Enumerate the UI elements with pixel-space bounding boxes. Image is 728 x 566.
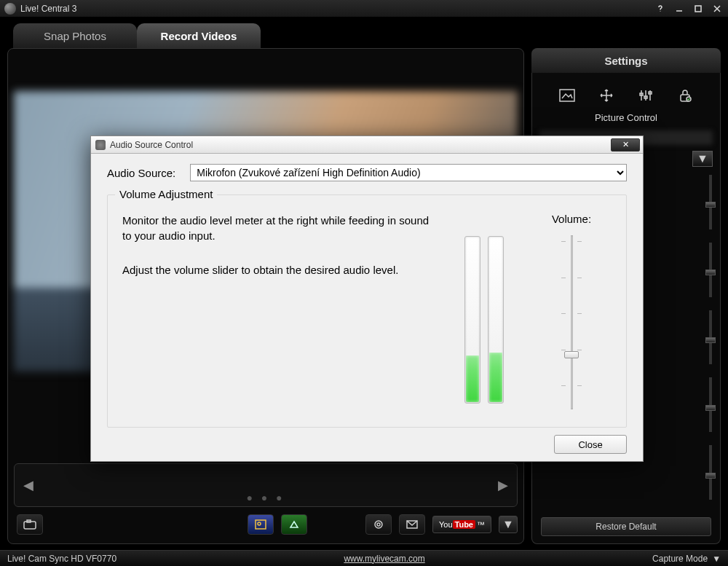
volume-slider[interactable] — [557, 232, 586, 412]
gallery-button[interactable] — [248, 514, 274, 535]
dialog-titlebar: Audio Source Control ✕ — [91, 136, 643, 154]
help-button[interactable] — [654, 4, 667, 14]
move-icon[interactable] — [597, 87, 616, 103]
maximize-button[interactable] — [692, 4, 705, 14]
settings-gear-small[interactable] — [365, 514, 392, 535]
effects-button[interactable] — [281, 514, 307, 535]
tab-snap-photos[interactable]: Snap Photos — [13, 23, 137, 48]
capture-mode-toggle[interactable]: Capture Mode ▼ — [652, 554, 721, 564]
level-meter-left — [464, 236, 480, 404]
dialog-title: Audio Source Control — [110, 140, 193, 150]
level-meters — [459, 208, 510, 412]
svg-point-5 — [375, 521, 382, 528]
dialog-close-footer-button[interactable]: Close — [554, 435, 627, 454]
settings-slider[interactable] — [709, 175, 712, 229]
settings-slider[interactable] — [709, 243, 712, 297]
volume-adjustment-group: Volume Adjustment Monitor the audio leve… — [107, 194, 627, 428]
chevron-down-icon: ▼ — [712, 554, 721, 564]
picture-mode-icon[interactable] — [558, 87, 577, 103]
picture-control-label: Picture Control — [595, 112, 657, 123]
dialog-close-button[interactable]: ✕ — [611, 138, 640, 152]
strip-pager: ● ● ● — [246, 492, 285, 503]
group-title: Volume Adjustment — [115, 188, 217, 200]
audio-source-dialog: Audio Source Control ✕ Audio Source: Mik… — [90, 135, 644, 462]
equalizer-icon[interactable] — [636, 87, 655, 103]
settings-slider[interactable] — [709, 445, 712, 500]
youtube-button[interactable]: YouTube™ — [432, 516, 491, 533]
settings-slider[interactable] — [709, 377, 712, 432]
settings-slider[interactable] — [709, 310, 712, 365]
instruction-text: Monitor the audio level meter at the rig… — [122, 208, 437, 412]
youtube-tm: ™ — [477, 520, 485, 529]
minimize-button[interactable] — [673, 4, 686, 14]
thumbnail-strip: ◀ ▶ ● ● ● — [14, 463, 518, 507]
app-title: Live! Central 3 — [20, 4, 76, 14]
strip-prev-button[interactable]: ◀ — [17, 474, 39, 496]
close-button[interactable] — [711, 4, 724, 14]
svg-rect-0 — [695, 6, 701, 12]
microphone-icon — [95, 140, 106, 150]
website-link[interactable]: www.mylivecam.com — [344, 554, 424, 564]
app-logo — [4, 3, 16, 15]
youtube-dropdown[interactable]: ▼ — [499, 516, 518, 533]
youtube-label-pre: You — [439, 520, 453, 529]
svg-point-6 — [377, 523, 380, 526]
device-name: Live! Cam Sync HD VF0770 — [7, 554, 116, 564]
mail-button[interactable] — [399, 514, 425, 535]
status-bar: Live! Cam Sync HD VF0770 www.mylivecam.c… — [0, 550, 728, 566]
audio-source-select[interactable]: Mikrofon (Zvukové zařízení High Definiti… — [190, 164, 627, 181]
setting-dropdown[interactable]: ▼ — [692, 151, 713, 167]
bottom-toolbar: YouTube™ ▼ — [14, 511, 518, 538]
title-bar: Live! Central 3 — [0, 0, 728, 17]
camera-icon[interactable] — [17, 514, 43, 535]
tab-row: Snap Photos Record Videos — [13, 23, 721, 48]
lock-icon[interactable] — [676, 87, 695, 103]
youtube-label-red: Tube — [453, 520, 475, 529]
svg-point-4 — [258, 522, 261, 525]
settings-sliders — [705, 175, 716, 500]
audio-source-label: Audio Source: — [107, 167, 175, 179]
capture-mode-label: Capture Mode — [652, 554, 708, 564]
level-meter-right — [488, 236, 504, 404]
strip-next-button[interactable]: ▶ — [492, 474, 514, 496]
settings-header: Settings — [531, 48, 721, 73]
volume-control: Volume: — [531, 208, 612, 412]
volume-label: Volume: — [552, 213, 591, 225]
tab-record-videos[interactable]: Record Videos — [137, 23, 261, 48]
restore-default-button[interactable]: Restore Default — [541, 517, 711, 536]
